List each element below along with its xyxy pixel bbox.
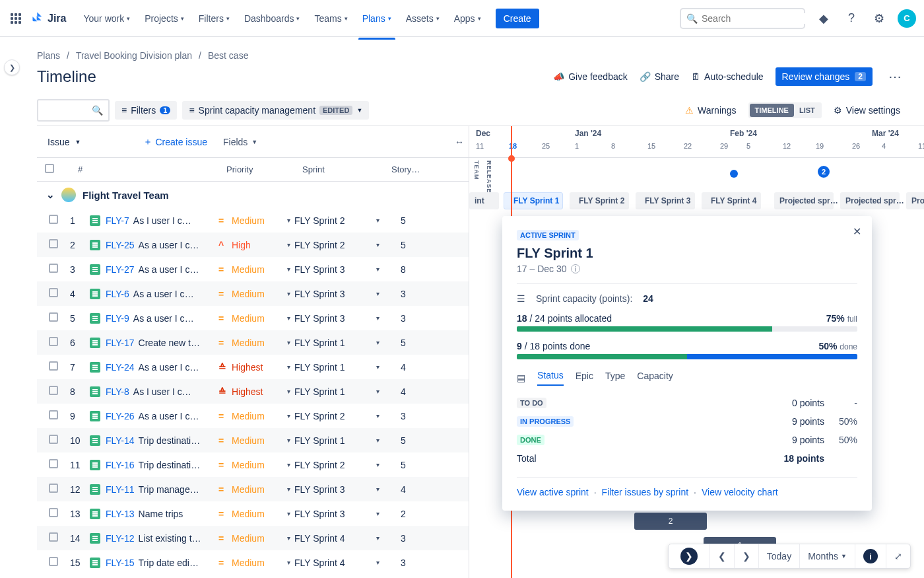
nav-item-apps[interactable]: Apps▾: [447, 9, 488, 28]
main-nav: Your work▾Projects▾Filters▾Dashboards▾Te…: [77, 9, 487, 28]
breadcrumb: Plans/ Travel Booking Division plan/ Bes…: [37, 50, 906, 61]
sliders-icon: ⚙: [834, 105, 842, 116]
breadcrumb-item[interactable]: Plans: [37, 50, 60, 61]
chevron-down-icon: ▾: [181, 15, 184, 22]
filter-icon: ≡: [121, 105, 127, 116]
product-logo[interactable]: Jira: [30, 11, 66, 26]
search-icon: 🔍: [686, 13, 698, 24]
review-changes-button[interactable]: Review changes2: [776, 67, 873, 86]
megaphone-icon: 📣: [553, 71, 564, 82]
global-search[interactable]: 🔍: [680, 8, 805, 29]
chevron-down-icon: ▾: [127, 15, 130, 22]
list-view-tab[interactable]: LIST: [794, 104, 820, 117]
capacity-icon: ≡: [189, 105, 194, 116]
breadcrumb-item[interactable]: Travel Booking Division plan: [76, 50, 192, 61]
filters-button[interactable]: ≡Filters1: [115, 101, 177, 120]
global-nav: Jira Your work▾Projects▾Filters▾Dashboar…: [0, 0, 924, 37]
give-feedback-button[interactable]: 📣Give feedback: [553, 71, 628, 82]
more-actions-button[interactable]: ⋯: [884, 66, 906, 87]
sidebar-expand-button[interactable]: ❯: [4, 59, 20, 75]
view-settings-button[interactable]: ⚙View settings: [828, 102, 906, 119]
review-count-badge: 2: [855, 72, 866, 81]
search-icon: 🔍: [92, 105, 103, 116]
chevron-down-icon: ▼: [356, 107, 362, 114]
timeline-view-tab[interactable]: TIMELINE: [750, 104, 794, 117]
chevron-down-icon: ▾: [388, 15, 391, 22]
share-button[interactable]: 🔗Share: [640, 71, 679, 82]
search-input[interactable]: [702, 13, 817, 24]
auto-schedule-button[interactable]: 🗓Auto-schedule: [691, 71, 764, 82]
share-icon: 🔗: [640, 71, 651, 82]
help-icon[interactable]: ?: [842, 9, 861, 28]
notifications-icon[interactable]: ◆: [814, 9, 833, 28]
filter-count-badge: 1: [160, 106, 170, 114]
view-mode-toggle: TIMELINE LIST: [748, 102, 822, 118]
nav-item-filters[interactable]: Filters▾: [192, 9, 236, 28]
settings-gear-icon[interactable]: ⚙: [870, 9, 888, 28]
page-title: Timeline: [37, 67, 96, 86]
nav-item-your-work[interactable]: Your work▾: [77, 9, 137, 28]
chevron-down-icon: ▾: [226, 15, 230, 22]
chevron-down-icon: ▾: [436, 15, 440, 22]
chevron-down-icon: ▾: [478, 15, 481, 22]
nav-item-assets[interactable]: Assets▾: [399, 9, 446, 28]
warnings-button[interactable]: ⚠Warnings: [680, 102, 742, 119]
nav-item-dashboards[interactable]: Dashboards▾: [238, 9, 307, 28]
nav-item-projects[interactable]: Projects▾: [138, 9, 191, 28]
sprint-capacity-button[interactable]: ≡Sprint capacity managementEDITED▼: [182, 101, 369, 120]
create-button[interactable]: Create: [496, 9, 539, 28]
breadcrumb-item[interactable]: Best case: [208, 50, 248, 61]
chevron-down-icon: ▾: [345, 15, 348, 22]
warning-icon: ⚠: [685, 105, 694, 116]
nav-item-teams[interactable]: Teams▾: [308, 9, 354, 28]
calendar-icon: 🗓: [691, 71, 700, 82]
edited-badge: EDITED: [319, 106, 352, 115]
user-avatar[interactable]: C: [898, 9, 916, 28]
app-switcher-icon[interactable]: [8, 11, 24, 26]
nav-item-plans[interactable]: Plans▾: [356, 9, 398, 28]
chevron-down-icon: ▾: [296, 15, 300, 22]
plan-search-input[interactable]: 🔍: [37, 99, 110, 122]
